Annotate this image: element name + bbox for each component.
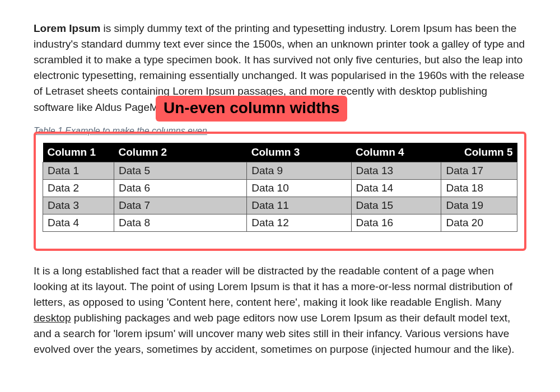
table-cell: Data 13 bbox=[351, 162, 441, 179]
table-cell: Data 15 bbox=[351, 197, 441, 214]
table-cell: Data 7 bbox=[114, 197, 247, 214]
table-cell: Data 9 bbox=[247, 162, 351, 179]
table-cell: Data 8 bbox=[114, 214, 247, 231]
table-cell: Data 4 bbox=[43, 214, 114, 231]
example-table: Column 1 Column 2 Column 3 Column 4 Colu… bbox=[43, 143, 517, 232]
col-header: Column 1 bbox=[43, 143, 114, 162]
table-cell: Data 3 bbox=[43, 197, 114, 214]
table-cell: Data 1 bbox=[43, 162, 114, 179]
table-cell: Data 18 bbox=[441, 179, 517, 197]
col-header: Column 3 bbox=[247, 143, 351, 162]
col-header: Column 2 bbox=[114, 143, 247, 162]
table-cell: Data 2 bbox=[43, 179, 114, 197]
table-row: Data 4 Data 8 Data 12 Data 16 Data 20 bbox=[43, 214, 517, 231]
table-cell: Data 20 bbox=[441, 214, 517, 231]
table-cell: Data 10 bbox=[247, 179, 351, 197]
table-row: Data 3 Data 7 Data 11 Data 15 Data 19 bbox=[43, 197, 517, 214]
desktop-link[interactable]: desktop bbox=[34, 312, 71, 324]
closing-before: It is a long established fact that a rea… bbox=[34, 265, 512, 308]
table-cell: Data 19 bbox=[441, 197, 517, 214]
col-header: Column 4 bbox=[351, 143, 441, 162]
col-header: Column 5 bbox=[441, 143, 517, 162]
table-cell: Data 17 bbox=[441, 162, 517, 179]
table-row: Data 2 Data 6 Data 10 Data 14 Data 18 bbox=[43, 179, 517, 197]
closing-after: publishing packages and web page editors… bbox=[34, 312, 515, 355]
table-header-row: Column 1 Column 2 Column 3 Column 4 Colu… bbox=[43, 143, 517, 162]
table-cell: Data 12 bbox=[247, 214, 351, 231]
annotation-callout: Un-even column widths bbox=[156, 96, 347, 122]
document-page: Lorem Ipsum is simply dummy text of the … bbox=[0, 0, 560, 392]
closing-paragraph: It is a long established fact that a rea… bbox=[34, 263, 526, 358]
table-highlight-box: Column 1 Column 2 Column 3 Column 4 Colu… bbox=[34, 132, 526, 251]
table-row: Data 1 Data 5 Data 9 Data 13 Data 17 bbox=[43, 162, 517, 179]
table-cell: Data 5 bbox=[114, 162, 247, 179]
table-cell: Data 16 bbox=[351, 214, 441, 231]
intro-lead: Lorem Ipsum bbox=[34, 22, 100, 34]
table-cell: Data 6 bbox=[114, 179, 247, 197]
table-cell: Data 14 bbox=[351, 179, 441, 197]
table-cell: Data 11 bbox=[247, 197, 351, 214]
